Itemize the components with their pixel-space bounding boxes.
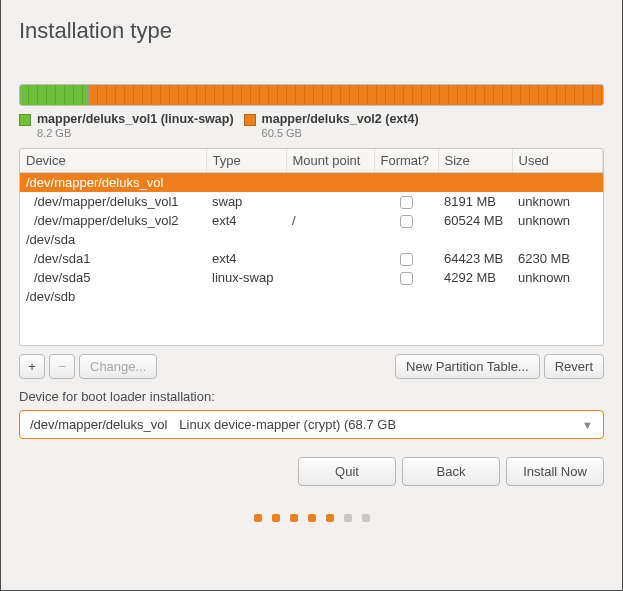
format-checkbox[interactable] <box>400 196 413 209</box>
add-partition-button[interactable]: + <box>19 354 45 379</box>
progress-dot <box>326 514 334 522</box>
wizard-footer: Quit Back Install Now <box>19 457 604 486</box>
legend-item: mapper/deluks_vol1 (linux-swap) 8.2 GB <box>19 112 234 140</box>
progress-dot <box>362 514 370 522</box>
col-type[interactable]: Type <box>206 149 286 173</box>
table-row[interactable]: /dev/sda1ext464423 MB6230 MB <box>20 249 603 268</box>
col-mount[interactable]: Mount point <box>286 149 374 173</box>
col-format[interactable]: Format? <box>374 149 438 173</box>
swatch-orange <box>244 114 256 126</box>
chevron-down-icon: ▼ <box>582 419 593 431</box>
revert-button[interactable]: Revert <box>544 354 604 379</box>
legend-size: 60.5 GB <box>262 127 419 140</box>
remove-partition-button[interactable]: − <box>49 354 75 379</box>
disk-legend: mapper/deluks_vol1 (linux-swap) 8.2 GB m… <box>19 112 604 140</box>
table-row[interactable]: /dev/mapper/deluks_vol2ext4/60524 MBunkn… <box>20 211 603 230</box>
disk-usage-bar <box>19 84 604 106</box>
table-row[interactable]: /dev/sdb <box>20 287 603 306</box>
disk-segment-vol1 <box>20 85 89 105</box>
table-row[interactable]: /dev/sda5linux-swap4292 MBunknown <box>20 268 603 287</box>
bootloader-selected-device: /dev/mapper/deluks_vol <box>30 417 167 432</box>
table-row[interactable]: /dev/sda <box>20 230 603 249</box>
progress-dot <box>308 514 316 522</box>
legend-label: mapper/deluks_vol1 (linux-swap) <box>37 112 234 127</box>
change-partition-button[interactable]: Change... <box>79 354 157 379</box>
bootloader-selected-desc: Linux device-mapper (crypt) (68.7 GB <box>179 417 396 432</box>
progress-dots <box>19 514 604 522</box>
col-used[interactable]: Used <box>512 149 603 173</box>
bootloader-label: Device for boot loader installation: <box>19 389 604 404</box>
format-checkbox[interactable] <box>400 272 413 285</box>
col-device[interactable]: Device <box>20 149 206 173</box>
progress-dot <box>290 514 298 522</box>
progress-dot <box>254 514 262 522</box>
swatch-green <box>19 114 31 126</box>
partition-table: Device Type Mount point Format? Size Use… <box>19 148 604 346</box>
table-row[interactable]: /dev/mapper/deluks_vol <box>20 173 603 193</box>
progress-dot <box>272 514 280 522</box>
back-button[interactable]: Back <box>402 457 500 486</box>
legend-item: mapper/deluks_vol2 (ext4) 60.5 GB <box>244 112 419 140</box>
format-checkbox[interactable] <box>400 253 413 266</box>
partition-toolbar: + − Change... New Partition Table... Rev… <box>19 354 604 379</box>
legend-label: mapper/deluks_vol2 (ext4) <box>262 112 419 127</box>
page-title: Installation type <box>19 18 604 44</box>
bootloader-device-select[interactable]: /dev/mapper/deluks_vol Linux device-mapp… <box>19 410 604 439</box>
new-partition-table-button[interactable]: New Partition Table... <box>395 354 540 379</box>
legend-size: 8.2 GB <box>37 127 234 140</box>
col-size[interactable]: Size <box>438 149 512 173</box>
installer-step: Installation type mapper/deluks_vol1 (li… <box>0 0 623 591</box>
table-row[interactable]: /dev/mapper/deluks_vol1swap8191 MBunknow… <box>20 192 603 211</box>
format-checkbox[interactable] <box>400 215 413 228</box>
progress-dot <box>344 514 352 522</box>
install-now-button[interactable]: Install Now <box>506 457 604 486</box>
table-header: Device Type Mount point Format? Size Use… <box>20 149 603 173</box>
disk-segment-vol2 <box>89 85 603 105</box>
quit-button[interactable]: Quit <box>298 457 396 486</box>
